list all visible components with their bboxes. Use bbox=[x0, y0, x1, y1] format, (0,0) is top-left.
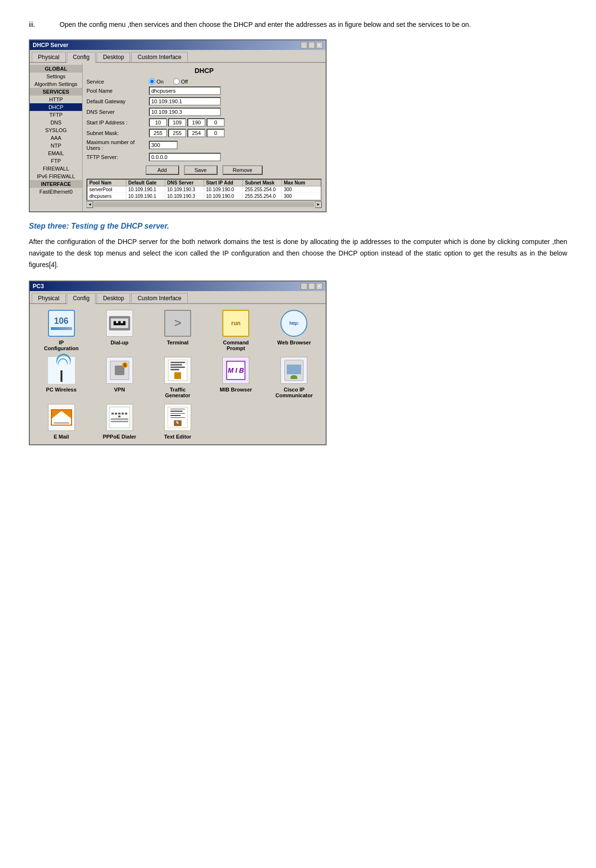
start-ip-octet4[interactable]: 0 bbox=[207, 118, 225, 127]
row2-mask: 255.255.254.0 bbox=[243, 193, 282, 199]
dhcp-titlebar: DHCP Server _ □ × bbox=[30, 40, 326, 50]
sidebar-ntp[interactable]: NTP bbox=[30, 142, 82, 149]
pc3-tab-desktop[interactable]: Desktop bbox=[97, 293, 130, 303]
sidebar-interface-header: INTERFACE bbox=[30, 180, 82, 188]
col-subnet-mask: Subnet Mask bbox=[243, 180, 282, 186]
row1-pool: serverPool bbox=[87, 186, 126, 193]
sidebar-global-header: GLOBAL bbox=[30, 65, 82, 73]
table-row: serverPool 10.109.190.1 10.109.190.3 10.… bbox=[87, 186, 321, 193]
start-ip-octet1[interactable]: 10 bbox=[149, 118, 167, 127]
save-button[interactable]: Save bbox=[184, 165, 218, 175]
pc3-titlebar: PC3 _ □ × bbox=[30, 281, 326, 291]
start-ip-octet2[interactable]: 109 bbox=[168, 118, 186, 127]
traffic-generator-icon[interactable]: TrafficGenerator bbox=[151, 356, 204, 398]
sidebar-fastethernet0[interactable]: FastEthernet0 bbox=[30, 188, 82, 196]
table-row: dhcpusers 10.109.190.1 10.109.190.3 10.1… bbox=[87, 193, 321, 200]
minimize-button[interactable]: _ bbox=[301, 42, 307, 49]
scroll-left-btn[interactable]: ◄ bbox=[86, 201, 93, 208]
pppoe-dialer-icon[interactable]: PPPoE Dialer bbox=[93, 403, 146, 440]
dhcp-main-content: DHCP Service On Off Pool bbox=[83, 63, 326, 211]
pc3-tab-config[interactable]: Config bbox=[67, 293, 96, 304]
wireless-label: PC Wireless bbox=[46, 387, 77, 392]
add-button[interactable]: Add bbox=[146, 165, 179, 175]
default-gateway-input[interactable] bbox=[149, 97, 221, 106]
web-browser-icon[interactable]: http: Web Browser bbox=[268, 309, 321, 351]
pppoe-img bbox=[105, 403, 134, 432]
pc3-window-controls: _ □ × bbox=[301, 283, 323, 290]
email-img bbox=[47, 403, 76, 432]
max-users-label: Maximum number of Users : bbox=[86, 139, 149, 151]
remove-button[interactable]: Remove bbox=[222, 165, 263, 175]
sidebar-ipv6-firewall[interactable]: IPv6 FIREWALL bbox=[30, 172, 82, 180]
action-buttons: Add Save Remove bbox=[86, 165, 322, 175]
sidebar-dns[interactable]: DNS bbox=[30, 119, 82, 126]
max-users-input[interactable] bbox=[149, 141, 178, 149]
text-label: Text Editor bbox=[164, 434, 192, 440]
cisco-ip-icon[interactable]: Cisco IPCommunicator bbox=[268, 356, 321, 398]
tab-config[interactable]: Config bbox=[67, 52, 96, 63]
pc3-close-button[interactable]: × bbox=[316, 283, 323, 290]
default-gateway-row: Default Gateway bbox=[86, 97, 322, 106]
ip-config-label: IPConfiguration bbox=[44, 340, 79, 351]
sidebar-aaa[interactable]: AAA bbox=[30, 134, 82, 142]
sidebar-tftp[interactable]: TFTP bbox=[30, 111, 82, 119]
dhcp-table: Pool Nam Default Gate DNS Server Start I… bbox=[86, 179, 322, 201]
email-icon[interactable]: E Mail bbox=[35, 403, 88, 440]
col-default-gate: Default Gate bbox=[126, 180, 165, 186]
scroll-track[interactable] bbox=[94, 202, 314, 207]
tab-physical[interactable]: Physical bbox=[32, 52, 66, 62]
service-off-label: Off bbox=[181, 79, 188, 85]
text-img: ✎ bbox=[163, 403, 192, 432]
mib-browser-icon[interactable]: M I B MIB Browser bbox=[209, 356, 263, 398]
sidebar-http[interactable]: HTTP bbox=[30, 96, 82, 103]
pc-wireless-icon[interactable]: PC Wireless bbox=[35, 356, 88, 398]
tab-custom-interface[interactable]: Custom Interface bbox=[131, 52, 187, 62]
ip-configuration-icon[interactable]: 106 IPConfiguration bbox=[35, 309, 88, 351]
pc3-minimize-button[interactable]: _ bbox=[301, 283, 307, 290]
text-editor-icon[interactable]: ✎ Text Editor bbox=[151, 403, 204, 440]
pc3-tab-custom-interface[interactable]: Custom Interface bbox=[131, 293, 187, 303]
pool-name-input[interactable] bbox=[149, 86, 221, 95]
sidebar-ftp[interactable]: FTP bbox=[30, 157, 82, 165]
wireless-img bbox=[47, 356, 76, 385]
scroll-right-btn[interactable]: ► bbox=[315, 201, 322, 208]
horizontal-scrollbar[interactable]: ◄ ► bbox=[86, 201, 322, 208]
traffic-label: TrafficGenerator bbox=[165, 387, 191, 398]
terminal-icon[interactable]: > Terminal bbox=[151, 309, 204, 351]
row1-gateway: 10.109.190.1 bbox=[126, 186, 165, 193]
vpn-icon[interactable]: VPN bbox=[93, 356, 146, 398]
traffic-img bbox=[163, 356, 192, 385]
sidebar-algorithm-settings[interactable]: Algorithm Settings bbox=[30, 80, 82, 88]
vpn-img bbox=[105, 356, 134, 385]
subnet-octet3[interactable]: 254 bbox=[187, 129, 206, 137]
sidebar-settings[interactable]: Settings bbox=[30, 73, 82, 80]
service-off-radio[interactable]: Off bbox=[173, 78, 188, 85]
start-ip-octet3[interactable]: 190 bbox=[187, 118, 206, 127]
intro-text-content: Open the config menu ,then services and … bbox=[60, 19, 564, 30]
subnet-mask-row: Subnet Mask: 255 255 254 0 bbox=[86, 129, 322, 137]
sidebar-firewall[interactable]: FIREWALL bbox=[30, 165, 82, 172]
dhcp-tabs: Physical Config Desktop Custom Interface bbox=[30, 50, 326, 63]
pc3-tab-physical[interactable]: Physical bbox=[32, 293, 66, 303]
sidebar-email[interactable]: EMAIL bbox=[30, 149, 82, 157]
pc3-maximize-button[interactable]: □ bbox=[308, 283, 315, 290]
service-on-radio[interactable]: On bbox=[149, 78, 164, 85]
dns-server-input[interactable] bbox=[149, 108, 221, 116]
subnet-octet2[interactable]: 255 bbox=[168, 129, 186, 137]
ip-config-img: 106 bbox=[47, 309, 76, 338]
subnet-mask-value: 255 255 254 0 bbox=[149, 129, 322, 137]
maximize-button[interactable]: □ bbox=[308, 42, 315, 49]
row2-pool: dhcpusers bbox=[87, 193, 126, 199]
sidebar-syslog[interactable]: SYSLOG bbox=[30, 126, 82, 134]
dialup-icon[interactable]: █▄█▄█ Dial-up bbox=[93, 309, 146, 351]
subnet-octet1[interactable]: 255 bbox=[149, 129, 167, 137]
close-button[interactable]: × bbox=[316, 42, 323, 49]
command-prompt-icon[interactable]: run CommandPrompt bbox=[209, 309, 263, 351]
pool-name-label: Pool Name bbox=[86, 88, 149, 94]
subnet-octet4[interactable]: 0 bbox=[207, 129, 225, 137]
tftp-input[interactable] bbox=[149, 153, 221, 161]
row2-start: 10.109.190.0 bbox=[204, 193, 243, 199]
tab-desktop[interactable]: Desktop bbox=[97, 52, 130, 62]
sidebar-dhcp[interactable]: DHCP bbox=[30, 103, 82, 111]
web-label: Web Browser bbox=[277, 340, 311, 345]
